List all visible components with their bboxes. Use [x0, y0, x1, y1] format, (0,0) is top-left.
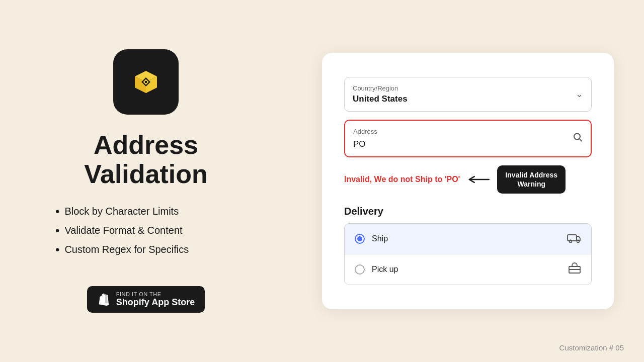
delivery-label: Delivery: [344, 206, 592, 217]
svg-point-10: [570, 240, 572, 243]
delivery-option-pickup[interactable]: Pick up: [345, 254, 591, 285]
left-panel: AddressValidation Block by Character Lim…: [0, 0, 292, 362]
warning-badge: Invalid AddressWarning: [497, 165, 566, 194]
delivery-option-ship[interactable]: Ship: [345, 224, 591, 254]
address-field[interactable]: Address: [344, 120, 592, 157]
features-list: Block by Character Limits Validate Forma…: [55, 205, 236, 262]
country-select[interactable]: Country/Region United States ⌄: [344, 77, 592, 112]
error-row: Invalid, We do not Ship to 'PO' Invalid …: [344, 165, 592, 194]
feature-item-2: Validate Format & Content: [55, 224, 236, 238]
svg-point-11: [577, 240, 580, 243]
shopify-badge[interactable]: FIND IT ON THE Shopify App Store: [87, 286, 205, 313]
form-card: Country/Region United States ⌄ Address I…: [322, 53, 614, 309]
address-label: Address: [353, 128, 583, 135]
country-value: United States: [353, 94, 583, 104]
address-field-group: Address: [344, 120, 592, 157]
svg-rect-9: [568, 235, 577, 241]
ship-radio[interactable]: [355, 234, 365, 244]
feature-item-3: Custom Regex for Specifics: [55, 243, 236, 257]
delivery-section: Delivery Ship: [344, 206, 592, 285]
pickup-icon: [568, 262, 581, 277]
svg-rect-6: [145, 81, 147, 83]
ship-icon: [567, 232, 581, 246]
country-field-group: Country/Region United States ⌄: [344, 77, 592, 112]
error-message: Invalid, We do not Ship to 'PO': [344, 175, 460, 184]
address-search-icon[interactable]: [573, 132, 583, 145]
app-logo: [113, 49, 179, 115]
feature-item-1: Block by Character Limits: [55, 205, 236, 219]
address-input[interactable]: [353, 139, 583, 149]
right-panel: Country/Region United States ⌄ Address I…: [292, 0, 644, 362]
app-title: AddressValidation: [84, 131, 208, 188]
customization-text: Customization # 05: [559, 343, 624, 352]
pickup-label: Pick up: [372, 265, 561, 274]
chevron-down-icon: ⌄: [576, 88, 583, 100]
svg-line-8: [580, 139, 582, 141]
country-label: Country/Region: [353, 84, 583, 92]
ship-label: Ship: [372, 234, 560, 243]
shopify-text: FIND IT ON THE Shopify App Store: [116, 291, 195, 308]
delivery-options: Ship Pick up: [344, 223, 592, 285]
pickup-radio[interactable]: [355, 264, 365, 275]
arrow-icon: [466, 172, 491, 187]
